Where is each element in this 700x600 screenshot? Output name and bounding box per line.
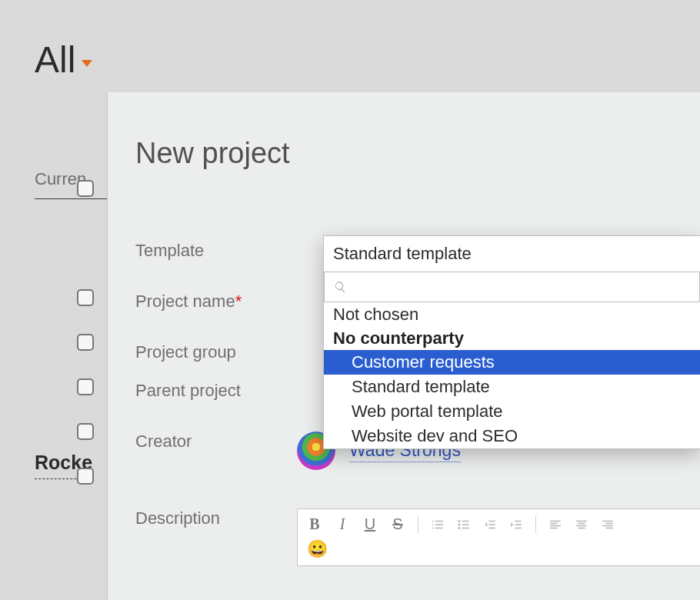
row-description: Description B I U S 😀	[108, 508, 700, 566]
new-project-modal: New project Template Project name* Proje…	[108, 92, 700, 600]
label-parent-project: Parent project	[135, 381, 297, 401]
template-dropdown-panel: Standard template Not chosen No counterp…	[323, 235, 700, 449]
label-project-name-text: Project name	[135, 292, 235, 311]
template-option-standard-template[interactable]: Standard template	[324, 375, 700, 399]
filter-title: All	[35, 38, 75, 81]
label-project-name: Project name*	[135, 292, 297, 312]
template-option-web-portal[interactable]: Web portal template	[324, 399, 700, 424]
filter-title-row[interactable]: All	[35, 38, 700, 81]
template-option-not-chosen[interactable]: Not chosen	[324, 302, 700, 327]
numbered-list-icon[interactable]	[431, 518, 445, 532]
template-search-input[interactable]	[355, 278, 699, 296]
template-option-website-dev-seo[interactable]: Website dev and SEO	[324, 424, 700, 448]
checkbox-column	[77, 180, 94, 485]
align-center-icon[interactable]	[575, 518, 588, 532]
rte-toolbar: B I U S	[298, 509, 700, 538]
rte-italic-button[interactable]: I	[335, 515, 350, 533]
template-option-group: No counterparty	[324, 327, 700, 350]
row-checkbox[interactable]	[77, 423, 94, 440]
modal-title: New project	[108, 92, 700, 170]
caret-down-icon	[82, 60, 92, 67]
rich-text-editor: B I U S 😀	[297, 508, 700, 566]
svg-point-0	[458, 520, 461, 522]
outdent-icon[interactable]	[483, 518, 497, 532]
row-checkbox[interactable]	[77, 468, 94, 485]
rte-bold-button[interactable]: B	[307, 515, 322, 533]
rte-underline-button[interactable]: U	[362, 515, 378, 533]
row-checkbox[interactable]	[77, 180, 94, 197]
template-selected-value[interactable]: Standard template	[324, 236, 700, 272]
row-checkbox[interactable]	[77, 334, 94, 351]
align-left-icon[interactable]	[548, 518, 562, 532]
row-checkbox[interactable]	[77, 378, 94, 395]
align-right-icon[interactable]	[601, 518, 615, 532]
label-project-group: Project group	[135, 342, 297, 362]
indent-icon[interactable]	[509, 518, 523, 532]
template-option-customer-requests[interactable]: Customer requests	[324, 350, 700, 375]
label-description: Description	[135, 508, 297, 528]
template-search-row	[324, 272, 700, 302]
svg-point-2	[458, 527, 461, 529]
svg-point-1	[458, 523, 461, 525]
label-template: Template	[135, 241, 297, 261]
row-checkbox[interactable]	[77, 289, 94, 306]
label-creator: Creator	[135, 432, 297, 452]
rte-separator	[418, 516, 418, 533]
rte-emoji-button[interactable]: 😀	[298, 538, 700, 565]
search-icon	[334, 280, 347, 294]
bulleted-list-icon[interactable]	[457, 518, 471, 532]
required-asterisk: *	[235, 292, 242, 311]
rte-separator	[535, 516, 536, 533]
rte-strike-button[interactable]: S	[390, 515, 405, 533]
